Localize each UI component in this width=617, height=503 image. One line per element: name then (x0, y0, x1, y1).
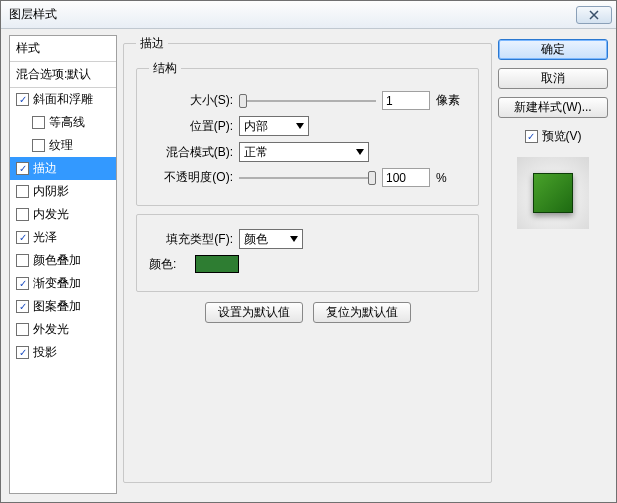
style-label: 描边 (33, 160, 57, 177)
style-checkbox[interactable] (16, 346, 29, 359)
structure-legend: 结构 (149, 60, 181, 77)
style-label: 等高线 (49, 114, 85, 131)
style-checkbox[interactable] (16, 277, 29, 290)
style-item-4[interactable]: 内阴影 (10, 180, 116, 203)
size-label: 大小(S): (149, 92, 233, 109)
blendmode-combo[interactable]: 正常 (239, 142, 369, 162)
style-checkbox[interactable] (16, 231, 29, 244)
preview-swatch (533, 173, 573, 213)
opacity-unit: % (436, 171, 466, 185)
right-panel: 确定 取消 新建样式(W)... 预览(V) (498, 35, 608, 494)
position-combo[interactable]: 内部 (239, 116, 309, 136)
preview-thumbnail (517, 157, 589, 229)
style-item-1[interactable]: 等高线 (10, 111, 116, 134)
style-item-11[interactable]: 投影 (10, 341, 116, 364)
style-item-10[interactable]: 外发光 (10, 318, 116, 341)
close-icon (589, 10, 599, 20)
style-item-9[interactable]: 图案叠加 (10, 295, 116, 318)
style-label: 内阴影 (33, 183, 69, 200)
reset-default-button[interactable]: 复位为默认值 (313, 302, 411, 323)
style-list: 斜面和浮雕等高线纹理描边内阴影内发光光泽颜色叠加渐变叠加图案叠加外发光投影 (10, 88, 116, 493)
style-item-6[interactable]: 光泽 (10, 226, 116, 249)
ok-button[interactable]: 确定 (498, 39, 608, 60)
style-item-3[interactable]: 描边 (10, 157, 116, 180)
chevron-down-icon (290, 236, 298, 242)
stroke-group: 描边 结构 大小(S): 像素 位置(P): 内部 (123, 35, 492, 483)
style-item-5[interactable]: 内发光 (10, 203, 116, 226)
color-label: 颜色: (149, 256, 189, 273)
style-label: 斜面和浮雕 (33, 91, 93, 108)
opacity-input[interactable] (382, 168, 430, 187)
style-checkbox[interactable] (16, 162, 29, 175)
style-item-7[interactable]: 颜色叠加 (10, 249, 116, 272)
style-label: 光泽 (33, 229, 57, 246)
style-label: 颜色叠加 (33, 252, 81, 269)
blendmode-label: 混合模式(B): (149, 144, 233, 161)
blend-options-item[interactable]: 混合选项:默认 (10, 62, 116, 88)
window-title: 图层样式 (9, 6, 576, 23)
structure-group: 结构 大小(S): 像素 位置(P): 内部 (136, 60, 479, 206)
close-button[interactable] (576, 6, 612, 24)
style-checkbox[interactable] (16, 185, 29, 198)
preview-label: 预览(V) (542, 128, 582, 145)
style-label: 内发光 (33, 206, 69, 223)
position-label: 位置(P): (149, 118, 233, 135)
style-label: 投影 (33, 344, 57, 361)
preview-checkbox[interactable] (525, 130, 538, 143)
size-slider[interactable] (239, 92, 376, 110)
style-label: 纹理 (49, 137, 73, 154)
style-checkbox[interactable] (16, 300, 29, 313)
style-checkbox[interactable] (16, 323, 29, 336)
make-default-button[interactable]: 设置为默认值 (205, 302, 303, 323)
style-checkbox[interactable] (32, 116, 45, 129)
color-swatch[interactable] (195, 255, 239, 273)
layer-style-dialog: 图层样式 样式 混合选项:默认 斜面和浮雕等高线纹理描边内阴影内发光光泽颜色叠加… (0, 0, 617, 503)
style-checkbox[interactable] (16, 254, 29, 267)
style-label: 外发光 (33, 321, 69, 338)
chevron-down-icon (356, 149, 364, 155)
cancel-button[interactable]: 取消 (498, 68, 608, 89)
filltype-label: 填充类型(F): (149, 231, 233, 248)
filltype-combo[interactable]: 颜色 (239, 229, 303, 249)
style-label: 图案叠加 (33, 298, 81, 315)
style-checkbox[interactable] (16, 208, 29, 221)
style-checkbox[interactable] (32, 139, 45, 152)
styles-panel: 样式 混合选项:默认 斜面和浮雕等高线纹理描边内阴影内发光光泽颜色叠加渐变叠加图… (9, 35, 117, 494)
styles-header: 样式 (10, 36, 116, 62)
style-checkbox[interactable] (16, 93, 29, 106)
opacity-label: 不透明度(O): (149, 169, 233, 186)
size-input[interactable] (382, 91, 430, 110)
fill-group: 填充类型(F): 颜色 颜色: (136, 214, 479, 292)
stroke-group-legend: 描边 (136, 35, 168, 52)
titlebar: 图层样式 (1, 1, 616, 29)
style-item-2[interactable]: 纹理 (10, 134, 116, 157)
size-unit: 像素 (436, 92, 466, 109)
new-style-button[interactable]: 新建样式(W)... (498, 97, 608, 118)
opacity-slider[interactable] (239, 169, 376, 187)
settings-panel: 描边 结构 大小(S): 像素 位置(P): 内部 (123, 35, 492, 494)
style-item-0[interactable]: 斜面和浮雕 (10, 88, 116, 111)
style-label: 渐变叠加 (33, 275, 81, 292)
chevron-down-icon (296, 123, 304, 129)
style-item-8[interactable]: 渐变叠加 (10, 272, 116, 295)
